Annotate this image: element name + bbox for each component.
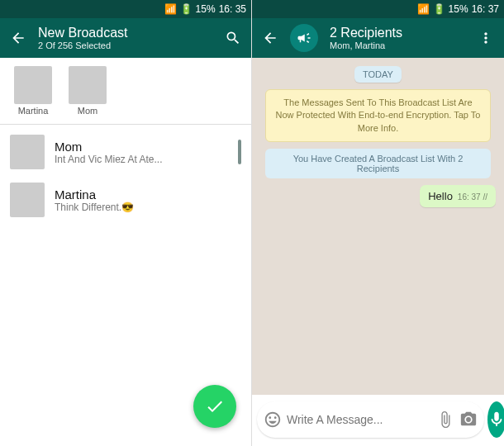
confirm-fab[interactable] [193, 385, 236, 428]
svg-point-0 [466, 417, 471, 422]
battery-percent: 15% [449, 3, 468, 15]
divider [0, 124, 251, 125]
new-broadcast-screen: 📶 🔋 15% 16: 35 New Broadcast 2 Of 256 Se… [0, 0, 252, 446]
attach-icon[interactable] [436, 410, 454, 429]
broadcast-created-notice: You Have Created A Broadcast List With 2… [265, 149, 490, 178]
selected-name: Martina [10, 106, 56, 116]
header-subtitle: 2 Of 256 Selected [38, 40, 213, 50]
back-button[interactable] [10, 30, 26, 46]
message-text: Hello [428, 190, 453, 202]
statusbar: 📶 🔋 15% 16: 35 [0, 0, 251, 18]
contact-name: Mom [55, 140, 228, 154]
clock: 16: 37 [472, 3, 499, 15]
camera-icon[interactable] [459, 410, 478, 429]
encryption-notice[interactable]: The Messages Sent To This Broadcast List… [265, 89, 490, 142]
contact-row[interactable]: Mom Int And Vic Miez At Ate... [0, 128, 251, 176]
selected-chip[interactable]: Mom [64, 66, 111, 116]
contact-info: Mom Int And Vic Miez At Ate... [55, 140, 228, 165]
statusbar: 📶 🔋 15% 16: 37 [252, 0, 504, 18]
outgoing-message[interactable]: Hello 16: 37 // [420, 185, 496, 207]
header: 2 Recipients Mom, Martina [252, 18, 504, 58]
wifi-icon: 📶 [417, 3, 430, 15]
contact-row[interactable]: Martina Think Different.😎 [0, 176, 251, 224]
avatar [14, 66, 52, 104]
emoji-icon[interactable] [264, 410, 282, 429]
back-button[interactable] [262, 30, 278, 46]
battery-icon: 🔋 [433, 3, 445, 15]
selected-chip[interactable]: Martina [10, 66, 56, 116]
header: New Broadcast 2 Of 256 Selected [0, 18, 251, 58]
header-title: New Broadcast [38, 26, 213, 40]
header-title-block: New Broadcast 2 Of 256 Selected [38, 26, 213, 50]
menu-button[interactable] [478, 30, 494, 46]
broadcast-avatar[interactable] [290, 24, 318, 52]
battery-percent: 15% [196, 3, 216, 15]
broadcast-chat-screen: 📶 🔋 15% 16: 37 2 Recipients Mom, Martina… [252, 0, 504, 446]
chat-area: TODAY The Messages Sent To This Broadcas… [252, 58, 504, 395]
selected-name: Mom [64, 106, 111, 116]
contact-status: Int And Vic Miez At Ate... [55, 154, 228, 165]
header-subtitle: Mom, Martina [330, 40, 466, 50]
mic-button[interactable] [487, 401, 504, 438]
composer [257, 401, 499, 438]
selected-contacts-row: Martina Mom [0, 58, 251, 121]
header-title: 2 Recipients [330, 26, 466, 40]
avatar [10, 183, 45, 217]
search-button[interactable] [225, 30, 241, 46]
avatar [10, 135, 45, 169]
contact-name: Martina [55, 187, 241, 202]
message-time: 16: 37 // [458, 192, 487, 202]
clock: 16: 35 [219, 3, 246, 15]
scroll-indicator [238, 140, 241, 164]
message-input[interactable] [287, 413, 431, 426]
header-title-block[interactable]: 2 Recipients Mom, Martina [330, 26, 466, 50]
contact-status: Think Different.😎 [55, 202, 241, 213]
wifi-icon: 📶 [164, 3, 177, 15]
avatar [69, 66, 107, 104]
date-chip: TODAY [354, 66, 402, 83]
composer-input-wrap [257, 401, 484, 438]
contact-info: Martina Think Different.😎 [55, 187, 241, 213]
battery-icon: 🔋 [180, 3, 193, 15]
